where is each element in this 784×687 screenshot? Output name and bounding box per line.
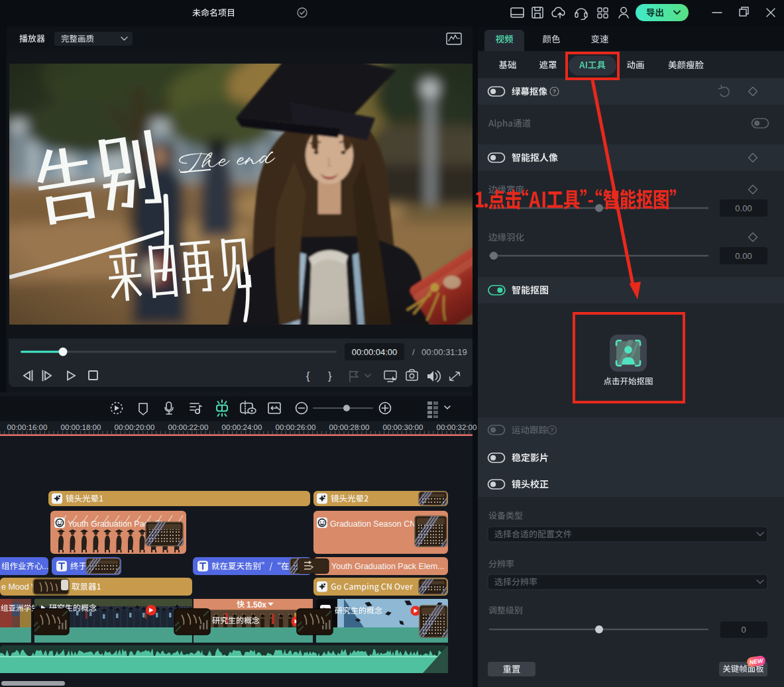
svg-text:00:00:31:19: 00:00:31:19 <box>421 347 467 357</box>
svg-text:00:00:26:00: 00:00:26:00 <box>276 423 316 431</box>
svg-text:00:00:04:00: 00:00:04:00 <box>352 347 398 357</box>
svg-text:0.00: 0.00 <box>735 203 752 213</box>
svg-text:...: ... <box>42 562 48 571</box>
svg-text:00:00:22:00: 00:00:22:00 <box>168 423 209 431</box>
svg-text:/: / <box>412 347 415 357</box>
svg-text:00:00:18:00: 00:00:18:00 <box>61 423 101 431</box>
svg-text:00:00:32:00: 00:00:32:00 <box>437 423 477 431</box>
svg-text:1.50x: 1.50x <box>247 600 266 609</box>
svg-text:00:00:30:00: 00:00:30:00 <box>383 423 423 431</box>
svg-text:Youth Graduation Pack Elem...: Youth Graduation Pack Elem... <box>331 562 444 571</box>
svg-text:0.00: 0.00 <box>735 251 752 261</box>
svg-text:00:00:16:00: 00:00:16:00 <box>7 423 48 431</box>
svg-text:?: ? <box>553 87 557 95</box>
svg-text:00:00:28:00: 00:00:28:00 <box>329 423 370 431</box>
svg-text:0: 0 <box>741 625 746 635</box>
svg-text:00:00:24:00: 00:00:24:00 <box>222 423 262 431</box>
svg-text:}: } <box>328 370 332 382</box>
svg-text:?: ? <box>550 426 554 433</box>
svg-text:00:00:20:00: 00:00:20:00 <box>115 423 155 431</box>
svg-text:{: { <box>306 370 310 382</box>
